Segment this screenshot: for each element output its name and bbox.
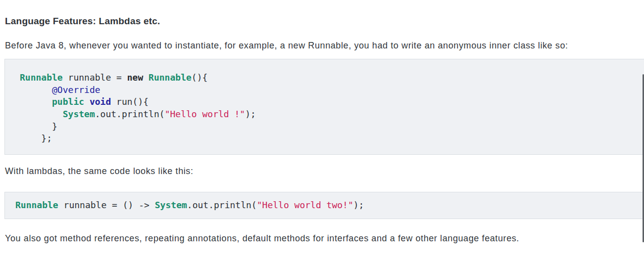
code-line: } <box>20 121 644 133</box>
code-token-plain: ); <box>353 200 364 210</box>
code-token-type: System <box>155 200 187 210</box>
code-token-plain <box>20 109 63 119</box>
code-token-plain: (){ <box>192 72 208 83</box>
code-token-plain <box>84 96 90 107</box>
code-token-plain: runnable = <box>63 72 127 83</box>
code-token-plain: .out.println( <box>187 200 257 210</box>
code-block-lambda: Runnable runnable = () -> System.out.pri… <box>4 192 644 219</box>
code-block-anonymous-inner-class: Runnable runnable = new Runnable(){ @Ove… <box>4 59 644 155</box>
code-token-plain: }; <box>20 133 52 143</box>
code-token-modifier: public <box>52 96 84 107</box>
code-token-type: Runnable <box>20 72 63 83</box>
code-line: System.out.println("Hello world !"); <box>20 108 644 121</box>
code-token-plain: ); <box>245 109 256 119</box>
paragraph-intro: Before Java 8, whenever you wanted to in… <box>5 41 644 50</box>
code-token-plain <box>143 72 149 83</box>
paragraph-lambda-intro: With lambdas, the same code looks like t… <box>5 166 644 176</box>
article-content: Language Features: Lambdas etc. Before J… <box>0 16 644 267</box>
code-token-plain <box>20 85 52 95</box>
code-token-type: System <box>63 109 95 119</box>
code-token-string: "Hello world two!" <box>257 200 353 210</box>
code-line: @Override <box>20 84 644 96</box>
code-token-keyword: new <box>127 72 144 83</box>
code-token-plain: .out.println( <box>95 109 165 119</box>
paragraph-outro: You also got method references, repeatin… <box>5 233 644 243</box>
code-token-annotation: @Override <box>52 85 100 95</box>
code-token-type: Runnable <box>149 72 192 83</box>
code-token-plain: } <box>20 121 57 132</box>
section-heading: Language Features: Lambdas etc. <box>5 16 644 26</box>
code-token-plain: run(){ <box>111 96 149 107</box>
code-token-kwtype: void <box>90 96 111 107</box>
code-token-string: "Hello world !" <box>165 109 246 119</box>
code-line: Runnable runnable = () -> System.out.pri… <box>15 199 644 212</box>
code-line: public void run(){ <box>20 96 644 108</box>
code-line: }; <box>20 133 644 145</box>
code-token-type: Runnable <box>15 200 58 210</box>
code-line: Runnable runnable = new Runnable(){ <box>20 72 644 84</box>
code-token-plain: runnable = () -> <box>58 200 155 210</box>
code-token-plain <box>20 96 52 107</box>
